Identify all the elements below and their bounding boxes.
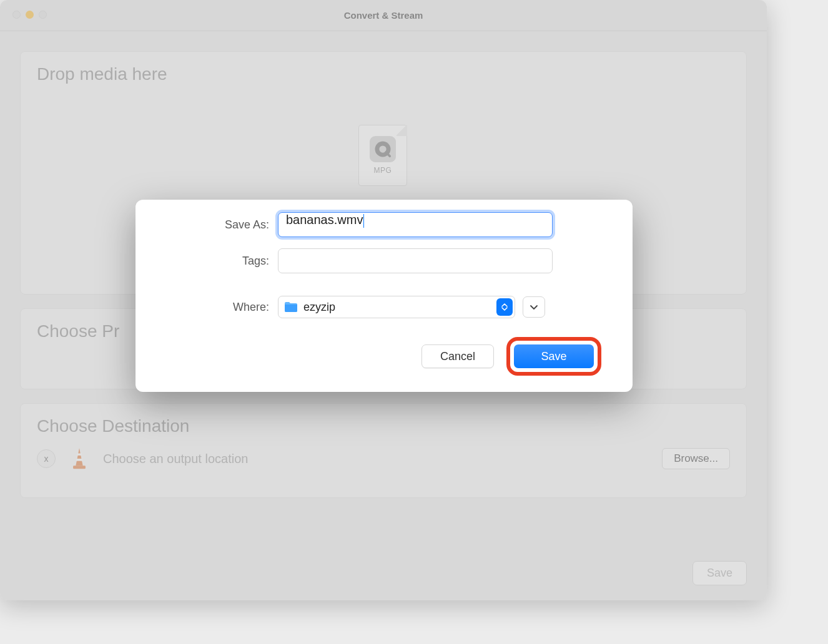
svg-rect-3 [76, 459, 82, 461]
destination-row: x Choose an output location Browse... [37, 444, 730, 474]
save-as-label: Save As: [167, 218, 278, 232]
traffic-lights [12, 11, 47, 19]
dropped-file[interactable]: MPG [358, 125, 408, 186]
vlc-cone-icon [67, 444, 92, 474]
file-icon: MPG [358, 125, 407, 186]
folder-icon [283, 301, 298, 313]
tags-input[interactable] [278, 248, 553, 273]
tags-label: Tags: [167, 255, 278, 268]
footer-save-button[interactable]: Save [692, 561, 747, 585]
minimize-window-button[interactable] [26, 11, 34, 19]
choose-destination-heading: Choose Destination [37, 416, 730, 436]
file-extension-label: MPG [374, 166, 392, 175]
where-value: ezyzip [303, 301, 335, 314]
chevron-down-icon [530, 305, 538, 310]
zoom-window-button[interactable] [39, 11, 47, 19]
window-title: Convert & Stream [344, 10, 423, 21]
browse-button[interactable]: Browse... [662, 448, 730, 469]
choose-destination-panel: Choose Destination x Choose an output lo… [20, 403, 747, 498]
updown-arrows-icon [496, 298, 513, 316]
save-button[interactable]: Save [514, 344, 594, 368]
clear-destination-button[interactable]: x [37, 449, 56, 468]
convert-stream-window: Convert & Stream Drop media here MPG Cho… [0, 0, 767, 600]
where-select[interactable]: ezyzip [278, 296, 515, 318]
svg-rect-2 [77, 454, 82, 456]
cancel-button[interactable]: Cancel [421, 344, 494, 368]
titlebar: Convert & Stream [0, 0, 767, 31]
text-caret [363, 214, 364, 228]
svg-rect-4 [73, 466, 86, 469]
destination-placeholder: Choose an output location [103, 452, 651, 466]
quicktime-icon [370, 136, 396, 162]
close-window-button[interactable] [12, 11, 21, 19]
where-label: Where: [167, 301, 278, 314]
drop-media-heading: Drop media here [37, 64, 167, 84]
save-as-input[interactable]: bananas.wmv [278, 212, 553, 237]
save-sheet-dialog: Save As: bananas.wmv Tags: Where: ezyzip [136, 200, 633, 392]
sheet-button-row: Cancel Save [167, 337, 601, 376]
save-button-highlight: Save [506, 337, 601, 376]
save-as-value: bananas.wmv [286, 213, 363, 227]
expand-dialog-button[interactable] [523, 296, 545, 318]
